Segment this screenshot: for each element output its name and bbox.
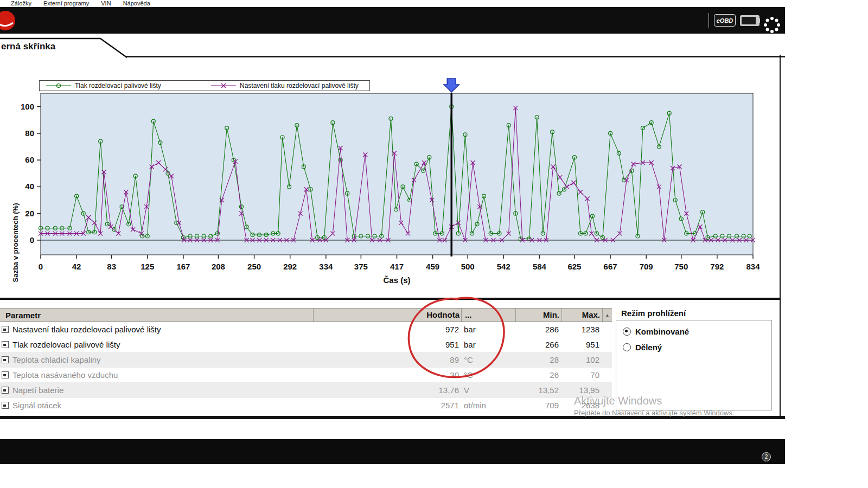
column-header-min[interactable]: Min. [515, 309, 561, 322]
x-tick-label: 125 [141, 262, 154, 271]
legend-label: Nastavení tlaku rozdelovací palivové liš… [240, 82, 359, 89]
battery-status-icon[interactable] [740, 15, 760, 26]
x-tick-label: 42 [72, 262, 81, 271]
y-tick-label: 100 [21, 102, 34, 111]
param-checkbox-icon[interactable] [2, 371, 9, 378]
x-tick-label: 417 [390, 262, 404, 271]
chart-canvas[interactable]: 0204060801000428312516720825029233437541… [11, 76, 762, 293]
tab-strip [0, 34, 785, 58]
y-tick-label: 20 [25, 209, 34, 218]
param-checkbox-icon[interactable] [2, 387, 9, 394]
param-value: 89 [312, 355, 461, 364]
param-checkbox-icon[interactable] [2, 402, 9, 409]
table-header-row: Parametr Hodnota ... Min. Max. ▲ [0, 308, 612, 322]
y-tick-label: 60 [25, 155, 34, 164]
param-checkbox-icon[interactable] [2, 326, 9, 333]
radio-button-icon[interactable] [623, 343, 631, 351]
window-right-border [780, 55, 781, 416]
radio-label: Kombinované [635, 327, 689, 336]
param-value: 972 [312, 325, 461, 334]
table-row[interactable]: Napetí baterie13,76V13,5213,95 [0, 383, 612, 398]
param-unit: °C [461, 370, 515, 380]
param-name: Tlak rozdelovací palivové lišty [11, 340, 312, 349]
column-header-value[interactable]: Hodnota [313, 309, 461, 322]
x-tick-label: 834 [746, 262, 760, 271]
x-tick-label: 667 [604, 262, 617, 271]
menu-item-externi-programy[interactable]: Externí programy [43, 0, 89, 7]
x-tick-label: 83 [107, 262, 116, 271]
menu-item-napoveda[interactable]: Nápověda [123, 0, 150, 7]
table-row[interactable]: Teplota chladicí kapaliny89°C28102 [0, 352, 612, 368]
toolbar-separator [709, 13, 709, 28]
param-unit: °C [461, 355, 515, 364]
y-tick-label: 80 [25, 129, 34, 138]
legend-item: Nastavení tlaku rozdelovací palivové liš… [205, 82, 369, 89]
view-mode-radio-option[interactable]: Dělený [623, 343, 771, 352]
x-tick-label: 459 [426, 262, 439, 271]
param-unit: V [461, 386, 515, 395]
param-min: 266 [515, 340, 561, 349]
table-row[interactable]: Nastavení tlaku rozdelovací palivové liš… [0, 322, 612, 337]
column-header-param[interactable]: Parametr [0, 311, 313, 320]
param-max: 70 [561, 370, 602, 380]
windows-activation-watermark-sub: Přejděte do Nastavení a aktivujte systém… [574, 409, 735, 417]
app-toolbar: eOBD [0, 7, 785, 34]
param-unit: bar [461, 340, 515, 349]
tab-black-box[interactable]: erná skřínka [1, 41, 55, 52]
param-checkbox-icon[interactable] [2, 341, 9, 348]
table-row[interactable]: Tlak rozdelovací palivové lišty951bar266… [0, 337, 612, 352]
menu-bar: Záložky Externí programy VIN Nápověda [0, 0, 796, 7]
legend-label: Tlak rozdelovací palivové lišty [75, 82, 161, 89]
chart-table-splitter[interactable] [0, 298, 780, 300]
param-value: 30 [312, 370, 461, 380]
x-tick-label: 542 [497, 262, 510, 271]
param-min: 709 [515, 401, 561, 410]
x-tick-label: 750 [674, 262, 688, 271]
view-mode-options: KombinovanéDělený [616, 327, 771, 352]
view-mode-title: Režim prohlížení [621, 309, 686, 318]
param-min: 13,52 [515, 386, 561, 395]
view-mode-radio-selected[interactable]: Kombinované [623, 327, 771, 336]
param-value: 951 [312, 340, 461, 349]
eobd-button[interactable]: eOBD [714, 14, 736, 27]
x-tick-label: 250 [247, 262, 261, 271]
notification-badge: 2 [762, 452, 771, 461]
x-axis-title: Čas (s) [383, 275, 410, 285]
x-tick-label: 334 [319, 262, 333, 271]
table-row[interactable]: Teplota nasávaného vzduchu30°C2670 [0, 368, 612, 383]
param-name: Napetí baterie [11, 386, 312, 395]
x-tick-label: 625 [567, 262, 581, 271]
x-tick-label: 709 [640, 262, 653, 271]
param-name: Signál otácek [11, 401, 312, 410]
cursor-marker [444, 79, 459, 92]
x-tick-label: 208 [212, 262, 225, 271]
param-max: 13,95 [561, 386, 602, 395]
param-min: 286 [515, 325, 561, 334]
column-header-unit[interactable]: ... [461, 309, 515, 322]
table-row[interactable]: Signál otácek2571ot/min7092638 [0, 398, 612, 413]
param-min: 26 [515, 370, 561, 380]
param-unit: ot/min [461, 401, 515, 410]
menu-item-zalozky[interactable]: Záložky [11, 0, 31, 7]
radio-button-icon[interactable] [623, 328, 631, 336]
x-tick-label: 792 [710, 262, 724, 271]
taskbar: e ⌃ SLK 23:03 28.05.2020 [0, 439, 785, 464]
column-header-max[interactable]: Max. [561, 309, 602, 322]
spinner-icon[interactable] [763, 16, 781, 34]
param-name: Teplota nasávaného vzduchu [11, 370, 312, 380]
param-checkbox-icon[interactable] [2, 356, 9, 363]
param-name: Nastavení tlaku rozdelovací palivové liš… [11, 325, 312, 334]
param-value: 13,76 [312, 386, 461, 395]
chart-region: Sazba v procentech (%) 02040608010004283… [11, 76, 762, 293]
x-tick-label: 292 [283, 262, 297, 271]
menu-item-vin[interactable]: VIN [101, 0, 111, 7]
param-name: Teplota chladicí kapaliny [11, 355, 312, 364]
param-max: 1238 [561, 325, 602, 334]
x-tick-label: 0 [39, 262, 43, 271]
scrollbar-up-button[interactable]: ▲ [602, 309, 612, 322]
parameter-table: Parametr Hodnota ... Min. Max. ▲ Nastave… [0, 308, 612, 413]
app-logo-icon [0, 10, 18, 31]
param-unit: bar [461, 325, 515, 334]
param-max: 102 [561, 355, 602, 364]
x-tick-label: 584 [533, 262, 547, 271]
